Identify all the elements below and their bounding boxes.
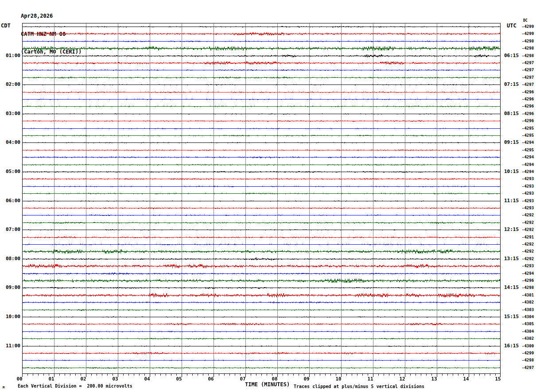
utc-hour-label: 06:15: [504, 53, 519, 58]
x-axis-tick-label: 15: [482, 376, 514, 382]
dc-offset-value: -4291: [522, 235, 534, 239]
x-axis-tick-label: 06: [195, 376, 227, 382]
utc-hour-label: 16:15: [504, 343, 519, 349]
dc-offset-value: -4294: [522, 169, 534, 174]
utc-hour-label: 09:15: [504, 139, 519, 145]
utc-hour-label: 12:15: [504, 227, 519, 232]
dc-offset-value: -4293: [522, 206, 534, 210]
dc-offset-value: -4297: [522, 68, 534, 72]
dc-offset-value: -4293: [522, 199, 534, 203]
dc-offset-value: -4299: [522, 31, 534, 36]
header-date: Apr28,2026: [21, 13, 82, 19]
x-axis-tick-label: 04: [131, 376, 163, 382]
dc-offset-value: -4292: [522, 242, 534, 246]
helicorder-page: { "header": { "date": "Apr28,2026", "sta…: [0, 0, 536, 392]
utc-hour-label: 15:15: [504, 314, 519, 319]
dc-offset-value: -4302: [522, 300, 534, 304]
right-timezone-label: UTC: [507, 23, 517, 29]
dc-offset-value: -4297: [522, 365, 534, 370]
x-axis-tick-label: 02: [67, 376, 99, 382]
cdt-hour-label: 04:00: [0, 139, 20, 145]
dc-offset-value: -4298: [522, 358, 534, 362]
dc-offset-value: -4293: [522, 184, 534, 188]
utc-hour-label: 07:15: [504, 81, 519, 87]
dc-offset-value: -4294: [522, 140, 534, 145]
dc-offset-value: -4303: [522, 307, 534, 312]
dc-offset-value: -4294: [522, 162, 534, 167]
x-axis-tick-label: 12: [386, 376, 418, 382]
dc-offset-value: -4298: [522, 54, 534, 58]
dc-offset-value: -4293: [522, 191, 534, 196]
cdt-hour-label: 02:00: [0, 81, 20, 87]
dc-offset-value: -4298: [522, 46, 534, 50]
dc-column-header: DC: [523, 19, 528, 23]
dc-offset-value: -4299: [522, 24, 534, 29]
dc-offset-value: -4295: [522, 148, 534, 152]
cdt-hour-label: 01:00: [0, 53, 20, 58]
dc-offset-value: -4300: [522, 344, 534, 348]
dc-offset-value: -4295: [522, 133, 534, 138]
utc-hour-label: 08:15: [504, 111, 519, 116]
dc-offset-value: -4305: [522, 322, 534, 326]
x-axis-tick-label: 13: [418, 376, 450, 382]
dc-offset-value: -4292: [522, 213, 534, 217]
utc-hour-label: 13:15: [504, 256, 519, 261]
x-axis-tick-label: 03: [99, 376, 131, 382]
x-axis-title: TIME (MINUTES): [245, 381, 290, 388]
dc-offset-value: -4296: [522, 97, 534, 101]
x-axis-tick-label: 01: [35, 376, 67, 382]
dc-offset-value: -4292: [522, 249, 534, 254]
dc-offset-value: -4292: [522, 257, 534, 261]
dc-offset-value: -4297: [522, 61, 534, 65]
utc-hour-label: 10:15: [504, 169, 519, 174]
dc-offset-value: -4304: [522, 315, 534, 319]
dc-offset-value: -4292: [522, 227, 534, 232]
dc-offset-value: -4299: [522, 351, 534, 355]
left-timezone-label: CDT: [1, 23, 11, 29]
cdt-hour-label: 06:00: [0, 198, 20, 204]
dc-offset-value: -4296: [522, 119, 534, 123]
x-axis-tick-label: 00: [4, 376, 35, 382]
dc-offset-value: -4296: [522, 278, 534, 283]
cdt-hour-label: 11:00: [0, 343, 20, 349]
utc-hour-label: 14:15: [504, 284, 519, 290]
cdt-hour-label: 09:00: [0, 284, 20, 290]
dc-offset-value: -4297: [522, 75, 534, 80]
dc-offset-value: -4292: [522, 220, 534, 225]
cdt-hour-label: 08:00: [0, 256, 20, 261]
dc-offset-value: -4293: [522, 264, 534, 268]
dc-offset-value: -4302: [522, 336, 534, 341]
dc-offset-value: -4298: [522, 39, 534, 43]
dc-offset-value: -4295: [522, 126, 534, 131]
x-axis-tick-label: 10: [322, 376, 354, 382]
dc-offset-value: -4293: [522, 177, 534, 181]
watermark-glyph: M: [3, 386, 4, 389]
dc-offset-value: -4296: [522, 90, 534, 94]
cdt-hour-label: 07:00: [0, 227, 20, 232]
cdt-hour-label: 05:00: [0, 169, 20, 174]
dc-offset-value: -4296: [522, 104, 534, 108]
vertical-scale-note: Each Vertical Division = 200.00 microvol…: [18, 384, 132, 388]
dc-offset-value: -4297: [522, 82, 534, 87]
dc-offset-value: -4298: [522, 285, 534, 290]
helicorder-plot: [22, 23, 501, 378]
cdt-hour-label: 03:00: [0, 111, 20, 116]
dc-offset-value: -4294: [522, 155, 534, 159]
clipping-note: Traces clipped at plus/minus 5 vertical …: [294, 384, 424, 389]
cdt-hour-label: 10:00: [0, 314, 20, 319]
dc-offset-value: -4296: [522, 111, 534, 116]
dc-offset-value: -4304: [522, 329, 534, 334]
x-axis-tick-label: 14: [450, 376, 482, 382]
x-axis-tick-label: 11: [354, 376, 386, 382]
dc-offset-value: -4294: [522, 271, 534, 276]
dc-offset-value: -4301: [522, 293, 534, 297]
utc-hour-label: 11:15: [504, 198, 519, 204]
x-axis-tick-label: 09: [291, 376, 322, 382]
x-axis-tick-label: 05: [163, 376, 195, 382]
